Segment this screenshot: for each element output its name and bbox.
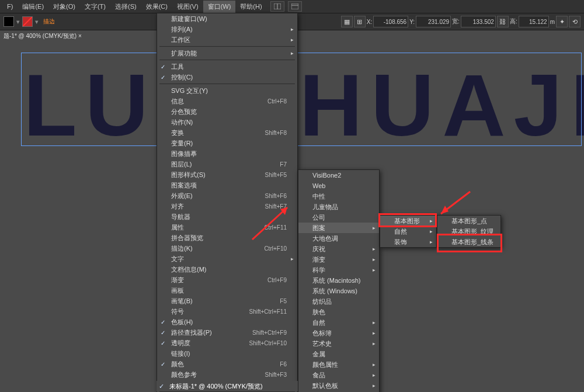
pattern-label-1: 自然 — [394, 227, 407, 236]
align-btn[interactable]: ▦ — [341, 16, 353, 27]
swatchlib-label-16: 艺术史 — [312, 339, 332, 348]
swatchlib-item-0[interactable]: VisiBone2 — [298, 170, 379, 181]
layout-icon[interactable] — [270, 1, 284, 12]
window-menu-item-31[interactable]: ✓色板(H) — [157, 317, 297, 327]
x-field[interactable] — [373, 16, 408, 27]
window-menu-item-17[interactable]: 图形样式(S)Shift+F5 — [157, 169, 297, 180]
tool-extra-1-icon[interactable]: ✦ — [556, 16, 568, 27]
window-menu-item-18[interactable]: 图案选项 — [157, 180, 297, 190]
swatchlib-item-8[interactable]: 渐变 — [298, 254, 379, 265]
window-menu-item-11[interactable]: 分色预览 — [157, 106, 297, 117]
y-field[interactable] — [416, 16, 451, 27]
window-menu-item-27[interactable]: 渐变Ctrl+F9 — [157, 275, 297, 285]
window-menu-item-30[interactable]: 符号Shift+Ctrl+F11 — [157, 306, 297, 317]
swatchlib-item-12[interactable]: 纺织品 — [298, 296, 379, 307]
link-wh-icon[interactable]: ⛓ — [497, 16, 509, 27]
menu-file[interactable]: F) — [2, 1, 18, 12]
menu-effect[interactable]: 效果(C) — [141, 1, 172, 13]
pattern-item-1[interactable]: 自然 — [380, 226, 436, 237]
swatchlib-item-20[interactable]: 默认色板 — [298, 380, 379, 391]
swatchlib-item-14[interactable]: 自然 — [298, 317, 379, 328]
menu-edit[interactable]: 编辑(E) — [18, 1, 48, 13]
window-menu-item-33[interactable]: ✓透明度Shift+Ctrl+F10 — [157, 338, 297, 348]
swatchlib-item-1[interactable]: Web — [298, 181, 379, 191]
window-menu-item-13[interactable]: 变换Shift+F8 — [157, 127, 297, 138]
swatchlib-item-15[interactable]: 色标簿 — [298, 328, 379, 338]
window-menu-item-16[interactable]: 图层(L)F7 — [157, 159, 297, 169]
shortcut: Shift+F5 — [241, 172, 287, 178]
swatchlib-item-2[interactable]: 中性 — [298, 191, 379, 202]
window-menu-item-14[interactable]: 变量(R) — [157, 138, 297, 148]
swatchlib-item-11[interactable]: 系统 (Windows) — [298, 286, 379, 296]
h-field[interactable] — [519, 16, 549, 27]
menu-select[interactable]: 选择(S) — [110, 1, 141, 13]
tool-extra-2-icon[interactable]: ⟲ — [569, 16, 580, 27]
window-menu-item-24[interactable]: 描边(K)Ctrl+F10 — [157, 243, 297, 254]
swatchlib-item-17[interactable]: 金属 — [298, 349, 379, 359]
swatchlib-item-10[interactable]: 系统 (Macintosh) — [298, 275, 379, 286]
window-menu-doc-item[interactable]: ✓ 未标题-1* @ 400% (CMYK/预览) — [157, 381, 298, 391]
swatchlib-item-16[interactable]: 艺术史 — [298, 338, 379, 349]
swatchlib-item-18[interactable]: 颜色属性 — [298, 359, 379, 370]
window-menu-label-4: 扩展功能 — [171, 49, 197, 58]
swatchlib-item-19[interactable]: 食品 — [298, 370, 379, 380]
fill-swatch[interactable] — [4, 16, 14, 27]
window-menu-item-9[interactable]: SVG 交互(Y) — [157, 85, 297, 96]
swatchlib-item-9[interactable]: 科学 — [298, 265, 379, 275]
window-menu-item-15[interactable]: 图像描摹 — [157, 148, 297, 159]
window-menu-label-17: 图形样式(S) — [171, 171, 206, 179]
window-menu-item-4[interactable]: 扩展功能 — [157, 48, 297, 58]
window-menu-item-28[interactable]: 画板 — [157, 285, 297, 296]
window-menu-item-32[interactable]: ✓路径查找器(P)Shift+Ctrl+F9 — [157, 327, 297, 338]
window-menu-item-22[interactable]: 属性Ctrl+F11 — [157, 222, 297, 233]
window-menu-label-11: 分色预览 — [171, 107, 197, 116]
window-menu-item-21[interactable]: 导航器 — [157, 211, 297, 222]
window-menu-item-20[interactable]: 对齐Shift+F7 — [157, 201, 297, 211]
menu-help[interactable]: 帮助(H) — [235, 1, 266, 13]
svg-line-4 — [23, 17, 32, 26]
swatchlib-item-7[interactable]: 庆祝 — [298, 244, 379, 254]
window-menu-item-23[interactable]: 拼合器预览 — [157, 233, 297, 243]
window-menu-item-25[interactable]: 文字 — [157, 254, 297, 264]
menu-view[interactable]: 视图(V) — [172, 1, 203, 13]
basic-item-0[interactable]: 基本图形_点 — [437, 216, 500, 226]
pattern-item-2[interactable]: 装饰 — [380, 237, 436, 247]
basic-item-1[interactable]: 基本图形_纹理 — [437, 226, 500, 237]
window-menu-item-10[interactable]: 信息Ctrl+F8 — [157, 96, 297, 106]
w-label: 宽: — [452, 18, 460, 26]
window-menu-item-34[interactable]: 链接(I) — [157, 348, 297, 359]
shortcut: Shift+Ctrl+F10 — [226, 340, 287, 346]
panel-icon[interactable] — [288, 1, 302, 12]
swatchlib-item-3[interactable]: 儿童物品 — [298, 202, 379, 212]
swatchlib-label-15: 色标簿 — [312, 329, 332, 338]
anchor-widget[interactable]: ⊞ — [354, 16, 366, 27]
pattern-item-0[interactable]: 基本图形 — [380, 216, 436, 226]
menu-type[interactable]: 文字(T) — [80, 1, 110, 13]
swatchlib-item-5[interactable]: 图案 — [298, 223, 379, 233]
window-menu-item-36[interactable]: 颜色参考Shift+F3 — [157, 369, 297, 380]
window-menu-item-2[interactable]: 工作区 — [157, 34, 297, 45]
window-menu-item-7[interactable]: ✓控制(C) — [157, 72, 297, 82]
basic-item-2[interactable]: 基本图形_线条 — [437, 237, 500, 247]
menu-window[interactable]: 窗口(W) — [203, 1, 236, 13]
stroke-swatch[interactable] — [22, 16, 33, 27]
w-field[interactable] — [461, 16, 496, 27]
swatchlib-label-14: 自然 — [312, 318, 325, 327]
window-menu-label-27: 渐变 — [171, 276, 184, 285]
window-menu-item-26[interactable]: 文档信息(M) — [157, 264, 297, 275]
window-menu-item-35[interactable]: ✓颜色F6 — [157, 359, 297, 369]
swatchlib-item-13[interactable]: 肤色 — [298, 307, 379, 317]
window-menu-label-23: 拼合器预览 — [171, 234, 203, 242]
window-menu-item-0[interactable]: 新建窗口(W) — [157, 13, 297, 24]
window-menu-label-6: 工具 — [171, 63, 184, 71]
window-menu-item-29[interactable]: 画笔(B)F5 — [157, 296, 297, 306]
window-menu-item-19[interactable]: 外观(E)Shift+F6 — [157, 190, 297, 201]
window-menu-item-6[interactable]: ✓工具 — [157, 61, 297, 72]
swatchlib-item-6[interactable]: 大地色调 — [298, 233, 379, 244]
window-menu-item-1[interactable]: 排列(A) — [157, 24, 297, 34]
shortcut: Ctrl+F9 — [244, 277, 287, 283]
swatchlib-item-4[interactable]: 公司 — [298, 212, 379, 223]
window-menu-item-12[interactable]: 动作(N) — [157, 117, 297, 127]
menu-object[interactable]: 对象(O) — [48, 1, 80, 13]
swatchlib-label-8: 渐变 — [312, 255, 325, 264]
